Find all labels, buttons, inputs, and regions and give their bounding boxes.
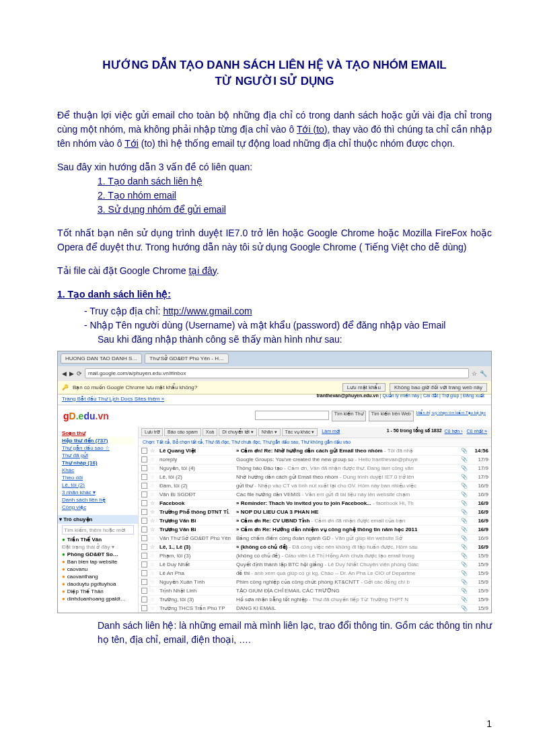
label-button[interactable]: Nhãn ▾ bbox=[258, 428, 281, 436]
mail-row[interactable]: ☆Trường Phổ thông DTNT Tỉ.» NOP DU LIEU … bbox=[139, 508, 491, 517]
mail-row[interactable]: ☆Trương Văn Bi» Cảm ơn Re: Hướng dẫn nhi… bbox=[139, 526, 491, 535]
followup-link[interactable]: Theo dõi bbox=[62, 474, 134, 481]
star-icon[interactable]: ☆ bbox=[150, 483, 157, 489]
star-icon[interactable]: ☆ bbox=[150, 588, 157, 594]
row-checkbox[interactable] bbox=[141, 509, 147, 515]
row-checkbox[interactable] bbox=[141, 570, 147, 576]
search-options-link[interactable]: Hiển thị tuỳ chọn tìm kiếm Tạo bộ lọc bbox=[416, 411, 486, 421]
gmail-link[interactable]: http://www.gmail.com bbox=[163, 306, 252, 316]
back-icon[interactable]: ◀ bbox=[62, 370, 67, 377]
star-icon[interactable]: ☆ bbox=[150, 509, 157, 515]
row-checkbox[interactable] bbox=[141, 526, 147, 532]
tasks-link[interactable]: Công việc bbox=[62, 504, 134, 511]
toc-item-1[interactable]: 1. Tạo danh sách liên hệ bbox=[98, 174, 492, 188]
mail-row[interactable]: ☆Lê An Phađề thi - anh xem quà giúp có g… bbox=[139, 570, 491, 578]
mail-row[interactable]: ☆Nguyễn Xuân TìnhPhim công nghiệp của cô… bbox=[139, 578, 491, 587]
mail-row[interactable]: ☆Lê, tôi (2)Nhờ hướng dẫn cách gửi Email… bbox=[139, 473, 491, 482]
chat-status[interactable]: Đặt trạng thái ở đây ▾ bbox=[62, 543, 134, 551]
chat-header[interactable]: ▾ Trò chuyện bbox=[58, 515, 138, 524]
move-button[interactable]: Di chuyển tới ▾ bbox=[219, 428, 257, 436]
star-icon[interactable]: ☆ bbox=[150, 561, 157, 568]
row-checkbox[interactable] bbox=[141, 465, 147, 471]
more-labels-link[interactable]: 3 nhãn khác ▾ bbox=[62, 489, 134, 496]
url-input[interactable]: mail.google.com/a/phuyen.edu.vn/#inbox bbox=[85, 368, 469, 378]
toc-item-3[interactable]: 3. Sử dụng nhóm để gửi email bbox=[98, 203, 492, 217]
select-row[interactable]: Chọn: Tất cả, Bỏ chọn tất cả, Thư đã đọc… bbox=[139, 438, 491, 447]
mail-row[interactable]: ☆Facebook» Reminder: Thach Vo invited yo… bbox=[139, 500, 491, 508]
row-checkbox[interactable] bbox=[141, 605, 147, 611]
older-link[interactable]: Cũ hơn › bbox=[443, 428, 464, 436]
star-icon[interactable]: ☆ bbox=[150, 553, 157, 559]
mail-row[interactable]: ☆Trường, tôi (3)Hồ sơa nhận bằng tốt ngh… bbox=[139, 596, 491, 605]
row-checkbox[interactable] bbox=[141, 579, 147, 585]
download-link[interactable]: tại đây bbox=[188, 265, 216, 276]
drafts-link[interactable]: Thư nháp (16) bbox=[62, 459, 134, 467]
chat-contact-4[interactable]: caovanthang bbox=[62, 573, 134, 580]
mail-row[interactable]: ☆Trịnh Nhật LinhTẠO GIUM ĐỊA CHỈ EMAIL C… bbox=[139, 587, 491, 596]
chat-contact-3[interactable]: caovanu bbox=[62, 565, 134, 573]
more-actions-button[interactable]: Tác vụ khác ▾ bbox=[282, 428, 318, 436]
save-password-button[interactable]: Lưu mật khẩu bbox=[342, 383, 386, 392]
wrench-icon[interactable]: 🔧 bbox=[480, 370, 487, 377]
row-checkbox[interactable] bbox=[141, 491, 147, 497]
star-icon[interactable]: ☆ bbox=[150, 526, 157, 532]
chat-contact-1[interactable]: Phòng GD&ĐT So… bbox=[62, 551, 134, 558]
row-checkbox[interactable] bbox=[141, 561, 147, 568]
star-icon[interactable]: ☆ bbox=[150, 500, 157, 506]
star-icon[interactable]: ☆ bbox=[150, 491, 157, 497]
row-checkbox[interactable] bbox=[141, 448, 147, 454]
mail-row[interactable]: ☆Lê Duy NhấtQuyết định thành lập BTC hội… bbox=[139, 561, 491, 570]
mail-row[interactable]: ☆Nguyễn, tôi (4)Thông báo Đào tạo - Cảm … bbox=[139, 465, 491, 473]
star-icon[interactable]: ☆ bbox=[150, 448, 157, 454]
row-checkbox[interactable] bbox=[141, 535, 147, 541]
mail-row[interactable]: ☆Trường THCS Trần Phú TPDANG KI EMAIL 📎1… bbox=[139, 605, 491, 613]
row-checkbox[interactable] bbox=[141, 500, 147, 506]
compose-link[interactable]: Soạn thư bbox=[62, 429, 134, 437]
chat-search-input[interactable]: Tìm kiếm, thêm hoặc mời bbox=[62, 525, 134, 535]
oldest-link[interactable]: Cũ nhất » bbox=[466, 428, 488, 436]
browser-tab-1[interactable]: HUONG DAN TAO DANH S… bbox=[61, 353, 142, 364]
bookmark-icon[interactable]: ☆ bbox=[472, 370, 477, 377]
refresh-link[interactable]: Làm mới bbox=[319, 428, 342, 436]
delete-button[interactable]: Xoá bbox=[203, 428, 217, 436]
inbox-link[interactable]: Hộp thư đến (737) bbox=[62, 437, 134, 444]
star-icon[interactable]: ☆ bbox=[150, 544, 157, 550]
search-input[interactable] bbox=[255, 411, 329, 420]
search-web-button[interactable]: Tìm kiếm trên Web bbox=[369, 411, 414, 421]
forward-icon[interactable]: ▶ bbox=[69, 370, 74, 377]
link-toi-2[interactable]: Tới bbox=[124, 138, 139, 149]
mail-row[interactable]: ☆Văn Thư Sở GD&ĐT Phú YênBảng chấm điểm … bbox=[139, 535, 491, 543]
row-checkbox[interactable] bbox=[141, 588, 147, 594]
star-icon[interactable]: ☆ bbox=[150, 456, 157, 462]
row-checkbox[interactable] bbox=[141, 456, 147, 462]
star-icon[interactable]: ☆ bbox=[150, 474, 157, 480]
star-icon[interactable]: ☆ bbox=[150, 605, 157, 611]
contacts-link[interactable]: Danh sách liên hệ bbox=[62, 496, 134, 504]
never-save-button[interactable]: Không bao giờ đối với trang web này bbox=[390, 383, 487, 392]
chat-contact-2[interactable]: Ban bien tap website bbox=[62, 558, 134, 565]
star-icon[interactable]: ☆ bbox=[150, 518, 157, 524]
spam-button[interactable]: Báo cáo spam bbox=[164, 428, 201, 436]
chat-contact-6[interactable]: Diệp Thế Thân bbox=[62, 588, 134, 595]
reload-icon[interactable]: ⟳ bbox=[77, 370, 82, 377]
mail-row[interactable]: ☆Văn Bí SGDĐTCác file hướng dẫn VEMIS - … bbox=[139, 491, 491, 500]
row-checkbox[interactable] bbox=[141, 544, 147, 550]
chat-contact-7[interactable]: dinhdoanhoang gpaldt… bbox=[62, 595, 134, 603]
row-checkbox[interactable] bbox=[141, 518, 147, 524]
starred-link[interactable]: Thư gắn dấu sao ☆ bbox=[62, 444, 134, 452]
link-toi-1[interactable]: Tới (to) bbox=[297, 124, 328, 135]
star-icon[interactable]: ☆ bbox=[150, 596, 157, 603]
star-icon[interactable]: ☆ bbox=[150, 465, 157, 471]
star-icon[interactable]: ☆ bbox=[150, 570, 157, 576]
mail-row[interactable]: ☆Đàm, tôi (2)gửi thư - Nhập vào CT và tì… bbox=[139, 482, 491, 491]
search-mail-button[interactable]: Tìm kiếm Thư bbox=[332, 411, 366, 421]
row-checkbox[interactable] bbox=[141, 483, 147, 489]
mail-row[interactable]: ☆Trương Văn Bi» Cảm ơn Re: CV UBND Tỉnh … bbox=[139, 517, 491, 526]
star-icon[interactable]: ☆ bbox=[150, 579, 157, 585]
mail-row[interactable]: ☆noreplyGoogle Groups: You've created th… bbox=[139, 456, 491, 465]
archive-button[interactable]: Lưu trữ bbox=[141, 428, 163, 436]
row-checkbox[interactable] bbox=[141, 596, 147, 603]
toc-item-2[interactable]: 2. Tạo nhóm email bbox=[98, 188, 492, 203]
chat-contact-5[interactable]: daoduytu pgdtuyhoa bbox=[62, 580, 134, 588]
le-toi-link[interactable]: Lê, tôi (2) bbox=[62, 481, 134, 489]
